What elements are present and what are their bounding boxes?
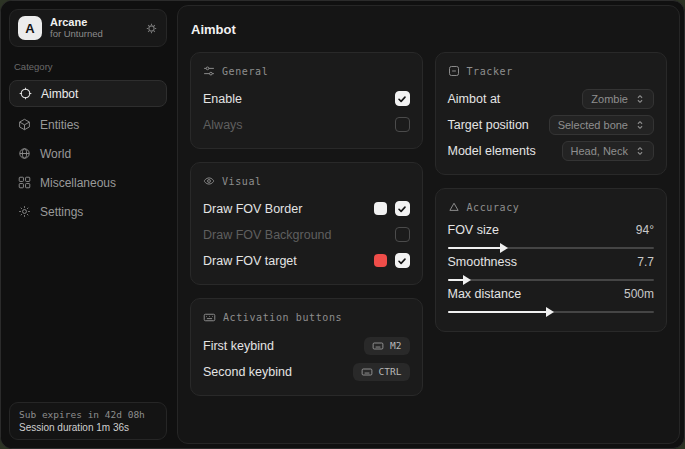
eye-icon: [203, 175, 215, 187]
setting-row-enable: Enable: [203, 87, 410, 110]
fov-border-checkbox[interactable]: [395, 201, 410, 216]
panel-title: Tracker: [467, 66, 513, 77]
dropdown-value: Zombie: [591, 93, 628, 105]
fov-background-checkbox[interactable]: [395, 227, 410, 242]
setting-label: Aimbot at: [448, 92, 501, 106]
enable-checkbox[interactable]: [395, 91, 410, 106]
key-label: M2: [390, 340, 401, 351]
sidebar-item-world[interactable]: World: [9, 140, 167, 167]
crosshair-icon: [19, 87, 32, 100]
max-distance-slider-group: Max distance 500m: [448, 287, 655, 313]
setting-row-aimbot-at: Aimbot at Zombie: [448, 87, 655, 110]
app-title: Arcane: [50, 16, 137, 29]
chevron-up-down-icon: [635, 94, 645, 104]
main-content: Aimbot General: [177, 5, 680, 444]
slider-value: 7.7: [637, 255, 654, 269]
visual-panel: Visual Draw FOV Border: [190, 162, 423, 285]
setting-label: Smoothness: [448, 255, 517, 269]
max-distance-slider[interactable]: [448, 311, 655, 313]
setting-label: Target position: [448, 118, 529, 132]
sidebar-item-miscellaneous[interactable]: Miscellaneous: [9, 169, 167, 196]
always-checkbox[interactable]: [395, 117, 410, 132]
app-logo: A: [18, 16, 42, 40]
setting-row-fov-border: Draw FOV Border: [203, 197, 410, 220]
session-duration-text: Session duration 1m 36s: [19, 422, 157, 433]
dropdown-value: Selected bone: [558, 119, 628, 131]
sidebar-item-label: Aimbot: [41, 87, 78, 101]
setting-label: Second keybind: [203, 365, 292, 379]
sidebar-spacer: [9, 227, 167, 402]
sidebar-item-label: Settings: [40, 205, 83, 219]
setting-row-second-keybind: Second keybind CTRL: [203, 360, 410, 383]
key-label: CTRL: [379, 366, 402, 377]
globe-icon: [18, 147, 31, 160]
color-swatch[interactable]: [374, 254, 387, 267]
fov-target-checkbox[interactable]: [395, 253, 410, 268]
keyboard-icon: [203, 311, 216, 324]
slider-thumb[interactable]: [463, 275, 471, 285]
panel-title: Visual: [222, 176, 262, 187]
setting-label: Enable: [203, 92, 242, 106]
tune-icon: [203, 65, 215, 77]
target-position-dropdown[interactable]: Selected bone: [549, 115, 654, 135]
slider-thumb[interactable]: [546, 307, 554, 317]
sub-expiry-text: Sub expires in 42d 08h: [19, 409, 157, 420]
page-title: Aimbot: [191, 22, 667, 37]
setting-row-first-keybind: First keybind M2: [203, 334, 410, 357]
first-keybind-button[interactable]: M2: [364, 337, 409, 355]
fov-size-slider-group: FOV size 94°: [448, 223, 655, 249]
accuracy-panel: Accuracy FOV size 94°: [435, 188, 668, 332]
sidebar-item-label: Entities: [40, 118, 79, 132]
panel-title: Accuracy: [467, 202, 520, 213]
slider-thumb[interactable]: [500, 243, 508, 253]
scan-icon: [448, 65, 460, 77]
sidebar: A Arcane for Unturned Category: [1, 1, 175, 448]
setting-label: Max distance: [448, 287, 522, 301]
smoothness-slider-group: Smoothness 7.7: [448, 255, 655, 281]
setting-label: First keybind: [203, 339, 274, 353]
sidebar-item-label: Miscellaneous: [40, 176, 116, 190]
sidebar-nav: Aimbot Entities: [9, 80, 167, 227]
sidebar-item-aimbot[interactable]: Aimbot: [9, 80, 167, 107]
chevron-up-down-icon: [635, 120, 645, 130]
general-panel: General Enable Always: [190, 52, 423, 149]
left-column: General Enable Always: [190, 52, 423, 396]
keyboard-icon: [372, 340, 384, 352]
category-label: Category: [14, 61, 167, 72]
sidebar-item-settings[interactable]: Settings: [9, 198, 167, 225]
color-swatch[interactable]: [374, 202, 387, 215]
setting-row-model-elements: Model elements Head, Neck: [448, 139, 655, 162]
cube-icon: [18, 118, 31, 131]
setting-label: Model elements: [448, 144, 536, 158]
setting-row-fov-background: Draw FOV Background: [203, 223, 410, 246]
sidebar-item-label: World: [40, 147, 71, 161]
chevron-up-down-icon: [635, 146, 645, 156]
arcane-window: A Arcane for Unturned Category: [0, 0, 685, 449]
sidebar-item-entities[interactable]: Entities: [9, 111, 167, 138]
setting-label: Draw FOV Border: [203, 202, 302, 216]
second-keybind-button[interactable]: CTRL: [353, 363, 410, 381]
setting-row-target-position: Target position Selected bone: [448, 113, 655, 136]
gear-icon[interactable]: [145, 22, 158, 35]
grid-icon: [18, 176, 31, 189]
right-column: Tracker Aimbot at Zombie: [435, 52, 668, 332]
slider-value: 94°: [636, 223, 654, 237]
dropdown-value: Head, Neck: [571, 145, 628, 157]
subscription-status-card: Sub expires in 42d 08h Session duration …: [9, 402, 167, 440]
logo-card: A Arcane for Unturned: [9, 9, 167, 47]
keyboard-icon: [361, 366, 373, 378]
panel-title: General: [222, 66, 268, 77]
setting-row-fov-target: Draw FOV target: [203, 249, 410, 272]
setting-label: FOV size: [448, 223, 499, 237]
app-subtitle: for Unturned: [50, 29, 137, 40]
gear-icon: [18, 205, 31, 218]
smoothness-slider[interactable]: [448, 279, 655, 281]
triangle-icon: [448, 201, 460, 213]
model-elements-dropdown[interactable]: Head, Neck: [562, 141, 654, 161]
slider-value: 500m: [624, 287, 654, 301]
setting-label: Always: [203, 118, 243, 132]
panel-title: Activation buttons: [223, 312, 342, 323]
logo-text: Arcane for Unturned: [50, 16, 137, 40]
fov-size-slider[interactable]: [448, 247, 655, 249]
aimbot-at-dropdown[interactable]: Zombie: [582, 89, 654, 109]
